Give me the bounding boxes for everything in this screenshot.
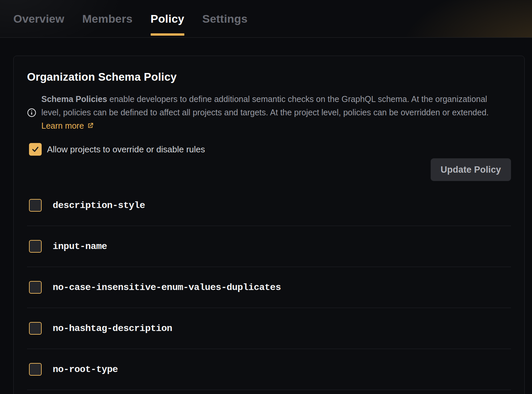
override-rules-row: Allow projects to override or disable ru… xyxy=(27,143,511,156)
update-policy-button[interactable]: Update Policy xyxy=(431,158,511,181)
rules-list: description-style input-name no-case-ins… xyxy=(27,185,511,390)
rule-checkbox-description-style[interactable] xyxy=(29,199,42,212)
tab-settings-label: Settings xyxy=(202,12,248,25)
rule-name: no-case-insensitive-enum-values-duplicat… xyxy=(53,282,281,293)
rule-name: no-root-type xyxy=(53,364,118,375)
learn-more-label: Learn more xyxy=(41,121,84,130)
rule-row-input-name: input-name xyxy=(27,226,511,267)
tab-overview[interactable]: Overview xyxy=(13,0,64,37)
override-rules-checkbox[interactable] xyxy=(29,143,42,156)
rule-name: description-style xyxy=(53,200,145,211)
actions-row: Update Policy xyxy=(27,158,511,181)
tab-members[interactable]: Members xyxy=(82,0,133,37)
active-tab-underline xyxy=(151,33,184,36)
rule-row-no-hashtag-description: no-hashtag-description xyxy=(27,308,511,349)
rule-checkbox-no-hashtag-description[interactable] xyxy=(29,322,42,335)
external-link-icon xyxy=(87,120,94,133)
page-title: Organization Schema Policy xyxy=(27,71,511,83)
org-tab-bar: Overview Members Policy Settings xyxy=(0,0,532,38)
rule-row-no-root-type: no-root-type xyxy=(27,349,511,390)
override-rules-label[interactable]: Allow projects to override or disable ru… xyxy=(47,144,205,155)
rule-row-no-case-insensitive-enum-values-duplicates: no-case-insensitive-enum-values-duplicat… xyxy=(27,267,511,308)
checkmark-icon xyxy=(31,145,40,154)
tab-policy[interactable]: Policy xyxy=(151,0,184,37)
rule-checkbox-input-name[interactable] xyxy=(29,240,42,253)
rule-checkbox-no-root-type[interactable] xyxy=(29,363,42,376)
info-circle-icon xyxy=(27,108,36,117)
policy-description-body: enable developers to define additional s… xyxy=(41,94,489,117)
policy-description-lead: Schema Policies xyxy=(41,94,107,104)
tab-overview-label: Overview xyxy=(13,12,64,25)
learn-more-link[interactable]: Learn more xyxy=(41,121,94,130)
rule-checkbox-no-case-insensitive-enum-values-duplicates[interactable] xyxy=(29,281,42,294)
tab-members-label: Members xyxy=(82,12,133,25)
tab-policy-label: Policy xyxy=(151,12,184,25)
policy-info-callout: Schema Policies enable developers to def… xyxy=(27,92,511,133)
schema-policy-card: Organization Schema Policy Schema Polici… xyxy=(13,56,525,394)
rule-name: no-hashtag-description xyxy=(53,323,172,334)
tab-settings[interactable]: Settings xyxy=(202,0,248,37)
policy-description: Schema Policies enable developers to def… xyxy=(41,92,499,133)
rule-row-description-style: description-style xyxy=(27,185,511,226)
rule-name: input-name xyxy=(53,241,107,252)
